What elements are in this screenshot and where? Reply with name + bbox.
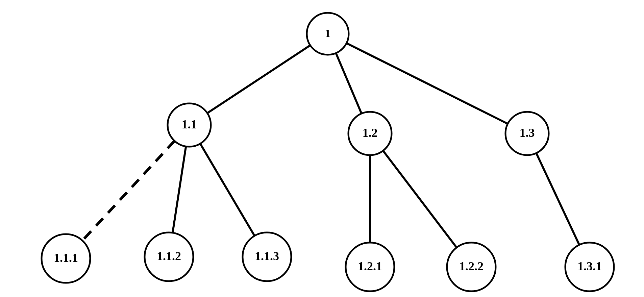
node-1-1: 1.1 bbox=[168, 103, 211, 147]
edge-root-n12 bbox=[336, 53, 362, 114]
node-1: 1 bbox=[307, 13, 349, 55]
node-1-1-3: 1.1.3 bbox=[243, 232, 291, 281]
edge-n11-n112 bbox=[173, 146, 186, 233]
node-1-2: 1.2 bbox=[348, 112, 392, 155]
edge-root-n11 bbox=[207, 45, 311, 113]
node-label: 1.2.1 bbox=[358, 259, 382, 273]
node-label: 1.1 bbox=[182, 118, 197, 131]
node-label: 1.2.2 bbox=[459, 259, 484, 273]
tree-diagram: 11.11.21.31.1.11.1.21.1.31.2.11.2.21.3.1 bbox=[0, 0, 644, 297]
node-label: 1.1.3 bbox=[255, 249, 279, 263]
node-1-2-1: 1.2.1 bbox=[346, 243, 394, 291]
node-label: 1.3.1 bbox=[577, 259, 602, 273]
node-1-3: 1.3 bbox=[505, 112, 549, 155]
node-1-1-1: 1.1.1 bbox=[42, 234, 90, 283]
node-label: 1.1.1 bbox=[54, 251, 78, 265]
node-label: 1 bbox=[325, 27, 331, 40]
nodes-layer: 11.11.21.31.1.11.1.21.1.31.2.11.2.21.3.1 bbox=[42, 13, 614, 291]
edge-n11-n111 bbox=[82, 141, 175, 241]
node-label: 1.1.2 bbox=[157, 249, 181, 263]
node-label: 1.3 bbox=[520, 126, 535, 140]
node-1-1-2: 1.1.2 bbox=[145, 232, 193, 281]
edge-n13-n131 bbox=[536, 153, 579, 245]
edge-n11-n113 bbox=[200, 144, 255, 236]
edges-layer bbox=[82, 43, 579, 248]
node-label: 1.2 bbox=[363, 126, 378, 140]
node-1-2-2: 1.2.2 bbox=[447, 243, 496, 291]
node-1-3-1: 1.3.1 bbox=[565, 243, 614, 291]
edge-n12-n122 bbox=[383, 151, 457, 248]
